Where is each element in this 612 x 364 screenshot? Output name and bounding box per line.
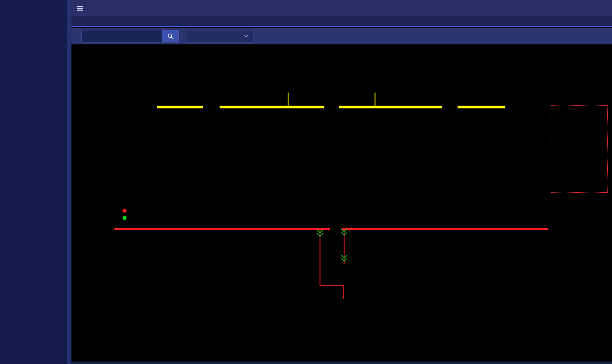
incoming-lines: [288, 93, 375, 107]
local-status-dot: [123, 216, 126, 220]
single-line-diagram: [71, 44, 612, 362]
top-header: [71, 0, 612, 16]
legend-box: [551, 105, 608, 193]
search-button[interactable]: [162, 30, 179, 42]
chevron-down-icon: [243, 33, 249, 39]
diagram-canvas: [71, 44, 612, 362]
system-frequency-mid: [130, 211, 132, 216]
bottom-strip: [71, 362, 612, 364]
hamburger-icon[interactable]: [76, 4, 84, 12]
feeder-select[interactable]: [186, 30, 253, 42]
site-search-input[interactable]: [81, 30, 162, 42]
site-search: [81, 30, 179, 42]
sidebar: [0, 0, 71, 364]
system-frequency-top: [128, 93, 130, 98]
sidebar-scrollbar[interactable]: [67, 0, 71, 364]
remote-status-dot: [123, 209, 126, 213]
bus-35kv-group: [157, 93, 505, 107]
app-window: [0, 0, 612, 364]
bus-10kv-group: [114, 229, 548, 299]
toolbar: [71, 28, 612, 44]
bus1-extension: [320, 229, 344, 299]
tab-bar: [71, 16, 612, 27]
